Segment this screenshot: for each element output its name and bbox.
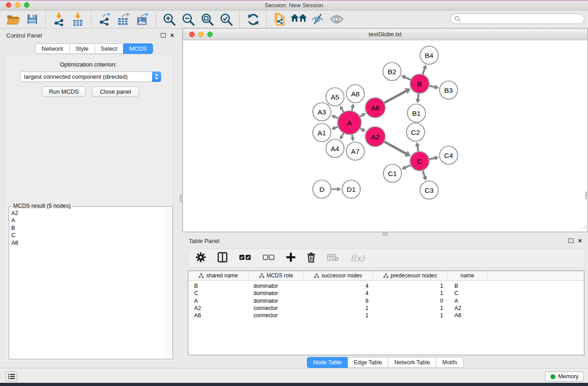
graph-node-A[interactable]: A [338, 111, 361, 134]
column-header-name[interactable]: name [448, 271, 488, 280]
tab-network-table[interactable]: Network Table [388, 357, 436, 368]
table-cell: 8 [304, 298, 373, 304]
column-type-icon [199, 273, 204, 278]
graph-node-A1[interactable]: A1 [313, 124, 331, 142]
tab-edge-table[interactable]: Edge Table [348, 357, 388, 368]
tab-mcds[interactable]: MCDS [123, 43, 153, 54]
run-mcds-button[interactable]: Run MCDS [42, 86, 86, 97]
mcds-result-item[interactable]: A2 [11, 210, 166, 217]
export-network-icon[interactable] [96, 12, 113, 27]
graph-node-A3[interactable]: A3 [313, 103, 331, 121]
graph-node-C4[interactable]: C4 [440, 146, 458, 164]
graph-node-A4[interactable]: A4 [326, 139, 344, 157]
left-splitter-handle[interactable] [180, 195, 183, 202]
graph-node-A2[interactable]: A2 [365, 127, 385, 147]
graph-node-C2[interactable]: C2 [406, 123, 425, 141]
tab-style[interactable]: Style [69, 43, 95, 54]
mcds-result-scrollbar[interactable] [166, 207, 172, 358]
zoom-out-icon[interactable] [180, 12, 196, 27]
resize-corner-icon[interactable] [582, 223, 587, 231]
close-panel-button[interactable]: Close panel [92, 86, 139, 97]
graph-node-D[interactable]: D [313, 180, 331, 198]
network-view-window: testGlobe.txt AA1A2A3A4A5A6A7A8BB1B2B3B4… [182, 28, 588, 232]
table-cell: 1 [304, 312, 373, 319]
graph-node-A5[interactable]: A5 [326, 88, 344, 106]
column-header-shared-name[interactable]: shared name [188, 271, 249, 280]
graph-node-D1[interactable]: D1 [342, 180, 360, 198]
table-cell: connector [249, 312, 304, 319]
select-all-icon[interactable] [239, 254, 251, 262]
right-splitter-handle[interactable] [585, 192, 588, 199]
criterion-dropdown[interactable]: largest connected component (directed) [20, 71, 161, 82]
import-network-icon[interactable] [51, 12, 67, 27]
mcds-result-item[interactable]: A6 [11, 239, 166, 247]
svg-text:B3: B3 [445, 86, 453, 94]
graph-node-A8[interactable]: A8 [346, 85, 364, 103]
table-row[interactable]: A6connector11A6 [188, 312, 584, 319]
search-input[interactable] [463, 15, 584, 23]
hide-selected-icon[interactable] [310, 12, 326, 27]
graph-node-B1[interactable]: B1 [407, 104, 425, 122]
control-panel-float-icon[interactable] [161, 33, 166, 38]
graph-node-C1[interactable]: C1 [383, 164, 402, 182]
network-canvas[interactable]: AA1A2A3A4A5A6A7A8BB1B2B3B4CC1C2C3C4DD1 [183, 40, 588, 232]
deselect-all-icon[interactable] [263, 254, 275, 262]
graph-edge-B-B4 [422, 65, 427, 74]
save-session-icon[interactable] [24, 12, 40, 27]
table-cell: 1 [304, 305, 373, 311]
add-column-icon[interactable] [286, 253, 296, 264]
svg-text:C2: C2 [411, 129, 420, 136]
export-image-icon[interactable] [134, 12, 151, 27]
first-neighbors-icon[interactable] [291, 12, 307, 27]
svg-text:D: D [319, 186, 324, 193]
control-panel-close-icon[interactable]: × [170, 33, 174, 38]
table-row[interactable]: Bdominator41B [188, 282, 584, 290]
table-row[interactable]: A2connector11A2 [188, 305, 584, 312]
column-header-MCDS-role[interactable]: MCDS role [249, 271, 304, 280]
new-network-from-selection-icon[interactable] [272, 12, 288, 27]
graph-node-A6[interactable]: A6 [365, 98, 385, 118]
column-header-successor-nodes[interactable]: successor nodes [304, 271, 373, 280]
graph-edge-A-A7 [350, 134, 354, 141]
table-panel-tabs: Node TableEdge TableNetwork TableMotifs [182, 357, 588, 368]
tab-network[interactable]: Network [35, 43, 70, 54]
zoom-in-icon[interactable] [161, 12, 177, 27]
open-session-icon[interactable] [5, 12, 21, 27]
mcds-result-item[interactable]: A [11, 217, 166, 224]
tab-select[interactable]: Select [95, 43, 124, 54]
zoom-selected-icon[interactable] [218, 12, 234, 27]
show-column-icon[interactable] [217, 252, 228, 264]
graph-node-A7[interactable]: A7 [346, 142, 364, 160]
mcds-result-item[interactable]: B [11, 224, 166, 232]
graph-node-B2[interactable]: B2 [383, 62, 401, 81]
svg-text:C: C [417, 157, 422, 165]
graph-node-B3[interactable]: B3 [440, 81, 458, 99]
optimization-criterion-label: Optimization criterion: [4, 61, 172, 68]
table-options-icon[interactable] [196, 252, 206, 264]
graph-node-C3[interactable]: C3 [420, 181, 438, 199]
horizontal-splitter-handle[interactable] [382, 233, 388, 236]
search-field[interactable] [450, 14, 584, 24]
graph-node-B4[interactable]: B4 [420, 46, 438, 64]
task-history-button[interactable] [5, 372, 17, 381]
delete-column-icon[interactable] [307, 252, 316, 264]
tab-motifs[interactable]: Motifs [436, 357, 464, 368]
import-table-icon[interactable] [70, 12, 86, 27]
table-panel-close-icon[interactable]: × [578, 238, 582, 243]
export-table-icon[interactable] [115, 12, 132, 27]
network-graph[interactable]: AA1A2A3A4A5A6A7A8BB1B2B3B4CC1C2C3C4DD1 [183, 40, 588, 232]
column-header-predecessor-nodes[interactable]: predecessor nodes [373, 271, 448, 280]
apply-layout-icon[interactable] [245, 12, 261, 27]
graph-node-B[interactable]: B [410, 74, 429, 93]
table-row[interactable]: Adominator80A [188, 297, 584, 305]
table-cell: A6 [448, 312, 488, 319]
graph-node-C[interactable]: C [410, 152, 429, 171]
table-panel-float-icon[interactable] [569, 238, 574, 243]
graph-edge-C-C1 [402, 165, 411, 170]
table-row[interactable]: Cdominator41C [188, 290, 584, 297]
mcds-result-item[interactable]: C [11, 232, 166, 239]
memory-button[interactable]: Memory [545, 372, 584, 381]
zoom-fit-icon[interactable] [199, 12, 215, 27]
tab-node-table[interactable]: Node Table [307, 357, 348, 368]
show-all-icon[interactable] [329, 12, 345, 27]
